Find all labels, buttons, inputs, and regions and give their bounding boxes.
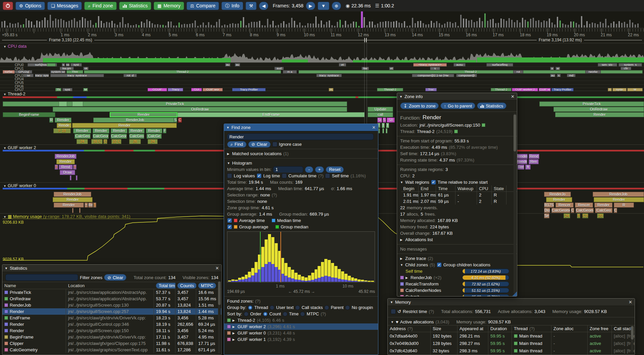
timeline-zone[interactable]: 24 [564,213,570,218]
cpu-zone[interactable]: Th [55,88,61,91]
timeline-zone[interactable] [59,101,67,106]
timeline-zone[interactable]: Sel [544,213,549,218]
allocation-row[interactable]: 0x7dfc42d64032 bytes298.3 ms59.95 sMain … [388,347,635,354]
timeline-zone[interactable]: R17S [544,203,554,208]
collapse-arrow-icon[interactable]: ▼ [391,320,394,324]
cpu-zone[interactable]: m a [283,70,297,74]
cpu-zone[interactable]: ss [66,63,70,66]
timeline-zone[interactable]: Rende [57,123,71,128]
cpu-zone[interactable]: system_s [619,63,642,66]
cpu-zone[interactable]: rot_d [123,74,137,77]
child-zone-row[interactable]: RecalcTransform72.92 us (1.62%) [397,281,517,287]
timeline-zone[interactable]: Rencer [555,203,574,208]
cpu-zone[interactable]: ausu [453,63,466,66]
column-header-name[interactable]: Name [2,282,66,289]
statistics-button[interactable]: Statistics [477,102,506,109]
cpu-zone[interactable]: syst [62,88,72,91]
cpu-zone[interactable]: Tracy Profiler [551,88,574,91]
cpu-zone[interactable]: et [339,63,346,66]
timeline-zone[interactable]: S [383,118,386,123]
cpu-zone[interactable]: au [550,74,555,77]
next-frame-button[interactable]: ▶ [306,2,315,10]
cpu-zone[interactable]: cfir [621,67,631,70]
cpu-zone[interactable]: GPU2g( [15,70,32,74]
timeline-zone[interactable]: EndFrame [177,112,365,117]
timeline-zone[interactable]: Render [111,128,127,133]
timeline-zone[interactable]: Re [88,203,93,208]
timeline-zone[interactable]: Render [55,118,71,123]
options-button[interactable]: ⚙Options [15,2,45,10]
thread-section-header[interactable]: ▼GUIF worker 2 [3,145,36,150]
stats-table-row[interactable]: RenderJobjni/../jni/src/guif/Screen.cpp:… [2,302,221,308]
timeline-zone[interactable]: 9 [73,165,76,170]
scrollbar[interactable] [631,325,634,353]
cpu-zone[interactable]: sk [83,67,89,70]
memory-window-titlebar[interactable]: ▼ Memory ✕ [388,299,635,306]
timeline-zone[interactable]: Render [73,128,91,133]
alloc-link[interactable]: [alloc] [614,348,625,353]
column-header[interactable]: CPU [477,185,492,191]
collapse-arrow-icon[interactable]: ▼ [227,162,230,165]
column-header[interactable]: Duration [488,325,512,332]
timeline-zone[interactable]: Render [53,197,93,202]
cpu-zone[interactable] [47,63,56,66]
cpu-zone[interactable]: syste [612,88,627,91]
radio-button[interactable] [345,305,350,310]
cpu-zone[interactable]: surfacefling [486,63,513,66]
column-header[interactable]: Wakeup [455,185,477,191]
tools-button[interactable]: ⚒ [246,2,257,10]
timeline-zone[interactable]: Render [110,112,177,117]
cpu-zone[interactable]: GUIF w [539,88,551,91]
column-header[interactable]: State [492,185,506,191]
close-icon[interactable]: ✕ [215,266,219,271]
timeline-zone[interactable]: ft [525,165,531,170]
child-zone-row[interactable]: Self time172.14 us (3.83%) [397,268,517,274]
timeline-zone[interactable]: Sc [377,118,382,123]
column-header[interactable]: Time [436,185,455,191]
cpu-zone[interactable]: GGUIF [148,88,167,91]
cpu-zone[interactable]: au [235,63,240,66]
compare-button[interactable]: ⚖Compare [186,2,219,10]
checkbox[interactable]: ✔ [437,262,442,267]
thread-section-header[interactable]: ▼Thread-2 [3,91,25,96]
timeline-zone[interactable]: Draw [60,170,75,175]
scrollbar[interactable] [514,113,516,294]
close-icon[interactable]: ✕ [511,94,515,99]
cpu-data-section-header[interactable]: ▼CPU data [3,44,26,49]
timeline-zone[interactable]: C8 [103,139,107,144]
alloc-link[interactable]: [alloc] [614,341,625,346]
cpu-zone[interactable]: rot [513,70,523,74]
timeline-zone[interactable]: T [382,123,385,128]
found-zone-group-row[interactable]: ▶GUIF worker 0(3,231)4.48 s [224,330,378,336]
cpu-zone[interactable]: surfac [3,70,15,74]
cpu-zone[interactable]: GUIF wor [203,88,223,91]
column-header[interactable]: Zone free [588,325,612,332]
small-button[interactable]: + [315,166,324,173]
timeline-zone[interactable]: Rend [59,165,73,170]
radio-button[interactable] [270,305,274,310]
timeline-zone[interactable]: C10 [582,213,588,218]
small-button[interactable]: Reset [326,166,344,173]
cpu-zone[interactable]: s [62,63,65,66]
collapse-arrow-icon[interactable]: ▶ [232,338,236,341]
timeline-zone[interactable]: 24 [76,139,88,144]
zone-info-window-titlebar[interactable]: ▼ Zone info ✕ [397,93,517,100]
radio-button[interactable] [263,312,268,316]
timeline-zone[interactable]: Rerf [518,165,524,170]
cpu-zone[interactable]: composer@ [456,74,477,77]
inline-input[interactable] [5,274,78,281]
cpu-zone[interactable]: kw [362,67,369,70]
collapse-arrow-icon[interactable]: ▶ [406,276,409,279]
collapse-arrow-icon[interactable]: ▼ [5,267,8,270]
find-zone-window-titlebar[interactable]: ▼ Find zone ✕ [224,124,378,131]
cpu-zone[interactable]: s [557,74,561,77]
timeline-zone[interactable]: CalcGeome [93,134,109,139]
timeline-zone[interactable]: R [614,203,634,208]
checkbox[interactable]: ✔ [227,218,232,223]
frames-row[interactable]: Frame 3,193 (22.45 ms) Frame 3,194 (13.9… [0,37,644,43]
stats-table-row[interactable]: Renderjni/../jni/src/guif/Control.cpp:34… [2,321,221,327]
column-header[interactable]: Thread(?) [512,325,551,332]
find-zone-button[interactable]: ⌕Find zone [84,2,117,10]
timeline-zone[interactable] [70,175,71,180]
timeline-zone[interactable]: C [178,118,182,123]
